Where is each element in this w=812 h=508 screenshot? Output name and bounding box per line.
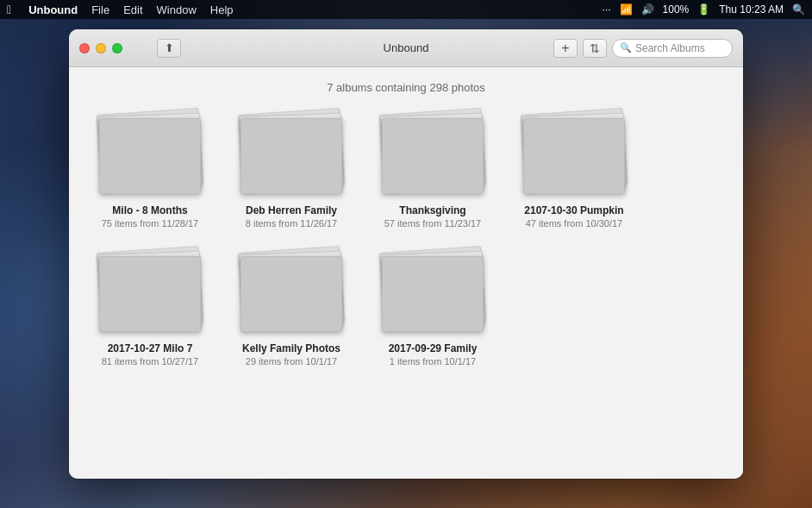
albums-subtitle: 7 albums containing 298 photos [90,81,722,94]
battery-icon: 🔋 [697,3,710,16]
photo-front [382,256,484,332]
minimize-button[interactable] [96,43,106,53]
share-button[interactable]: ⬆ [157,39,181,58]
album-meta: 1 items from 10/1/17 [390,356,476,367]
search-placeholder: Search Albums [635,42,705,54]
photo-front [99,256,201,332]
menubar-dots-icon: ··· [603,3,611,16]
menubar-window[interactable]: Window [157,3,197,16]
traffic-lights [79,43,122,53]
album-title: Kelly Family Photos [242,342,340,354]
album-title: 2017-10-27 Milo 7 [108,342,193,354]
plus-icon: + [561,41,569,55]
album-title: Deb Herren Family [246,204,337,216]
share-icon: ⬆ [165,41,174,54]
album-item-milo-8-months[interactable]: Milo - 8 Months 75 items from 11/28/17 [90,111,210,229]
album-title: 2017-09-29 Family [389,342,478,354]
menubar-edit[interactable]: Edit [123,3,142,16]
titlebar-actions: ⬆ [157,39,181,58]
titlebar: ⬆ Unbound + ⇅ 🔍 Search Albums [69,29,743,67]
album-stack [95,249,205,336]
app-window: ⬆ Unbound + ⇅ 🔍 Search Albums 7 albums c… [69,29,743,479]
album-meta: 57 items from 11/23/17 [384,218,482,229]
sort-icon: ⇅ [590,41,600,55]
content-area: 7 albums containing 298 photos Milo - 8 … [69,67,743,479]
maximize-button[interactable] [112,43,122,53]
photo-front [240,256,342,332]
album-item-thanksgiving[interactable]: Thanksgiving 57 items from 11/23/17 [372,111,493,229]
search-magnifier-icon: 🔍 [620,42,632,53]
album-stack [519,111,629,198]
photo-front [382,118,484,194]
album-meta: 8 items from 11/26/17 [246,218,337,229]
close-button[interactable] [79,43,90,53]
photo-front [240,118,342,194]
search-icon[interactable]: 🔍 [792,3,805,16]
menubar-time: Thu 10:23 AM [719,3,784,16]
album-item-pumpkin[interactable]: 2107-10-30 Pumpkin 47 items from 10/30/1… [514,111,634,229]
menubar-right: ··· 📶 🔊 100% 🔋 Thu 10:23 AM 🔍 [603,3,805,16]
add-album-button[interactable]: + [553,39,578,58]
album-meta: 81 items from 10/27/17 [102,356,199,367]
album-stack [236,111,347,198]
album-title: Thanksgiving [399,204,465,216]
album-meta: 29 items from 10/1/17 [246,356,337,367]
album-meta: 47 items from 10/30/17 [526,218,623,229]
album-stack [95,111,205,198]
album-stack [236,249,347,336]
album-meta: 75 items from 11/28/17 [102,218,199,229]
album-item-deb-herren-family[interactable]: Deb Herren Family 8 items from 11/26/17 [231,111,352,229]
menubar-file[interactable]: File [91,3,109,16]
wifi-icon: 📶 [620,3,633,16]
sort-button[interactable]: ⇅ [583,39,607,58]
menubar-left:  Unbound File Edit Window Help [7,3,234,16]
search-box[interactable]: 🔍 Search Albums [612,39,733,58]
menubar-help[interactable]: Help [210,3,234,16]
albums-grid: Milo - 8 Months 75 items from 11/28/17 D… [90,111,722,367]
menubar:  Unbound File Edit Window Help ··· 📶 🔊 … [0,0,812,19]
apple-logo-icon[interactable]:  [7,3,11,16]
photo-front [99,118,201,194]
album-title: Milo - 8 Months [112,204,187,216]
album-item-milo-7[interactable]: 2017-10-27 Milo 7 81 items from 10/27/17 [90,249,210,367]
window-title: Unbound [384,41,429,54]
menubar-app-name[interactable]: Unbound [28,3,78,16]
album-stack [378,249,488,336]
album-item-family-29[interactable]: 2017-09-29 Family 1 items from 10/1/17 [372,249,493,367]
volume-icon: 🔊 [641,3,654,16]
titlebar-right: + ⇅ 🔍 Search Albums [553,39,733,58]
album-title: 2107-10-30 Pumpkin [524,204,623,216]
battery-label: 100% [663,3,690,16]
album-stack [378,111,488,198]
album-item-kelly-family[interactable]: Kelly Family Photos 29 items from 10/1/1… [231,249,352,367]
photo-front [523,118,625,194]
